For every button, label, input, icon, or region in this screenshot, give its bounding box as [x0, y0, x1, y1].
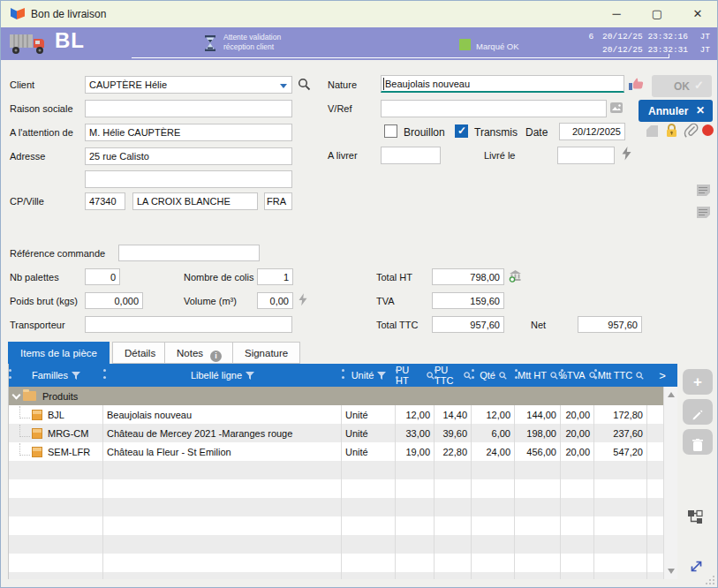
cell[interactable]	[103, 516, 342, 535]
column-search-icon[interactable]	[427, 372, 435, 380]
cell[interactable]: 20,00	[561, 424, 594, 442]
add-line-button[interactable]: +	[683, 369, 713, 395]
cell[interactable]	[396, 461, 435, 479]
table-row[interactable]: MRG-CMChâteau de Mercey 2021 -Maranges r…	[9, 424, 663, 442]
cell[interactable]: 22,80	[435, 442, 472, 461]
cell[interactable]	[9, 554, 103, 572]
cell[interactable]	[342, 535, 396, 554]
cell[interactable]	[515, 498, 561, 516]
minimize-button[interactable]: ─	[597, 1, 636, 27]
cell[interactable]: 33,00	[396, 424, 435, 442]
column-grip-icon[interactable]	[396, 369, 398, 372]
annuler-button[interactable]: Annuler✕	[639, 100, 713, 122]
resize-grip[interactable]	[706, 576, 714, 584]
cell[interactable]	[342, 572, 396, 579]
cell[interactable]	[561, 535, 594, 554]
cell[interactable]	[647, 461, 663, 479]
cell[interactable]	[472, 479, 515, 498]
cell[interactable]	[435, 479, 472, 498]
cell[interactable]	[594, 479, 647, 498]
adresse-field-1[interactable]	[85, 147, 292, 165]
column-header-pu_ht[interactable]: PU HT	[396, 364, 435, 387]
total-ht-field[interactable]	[432, 268, 504, 285]
empty-row[interactable]	[9, 461, 663, 479]
hierarchy-icon[interactable]	[687, 509, 704, 524]
edit-line-button[interactable]	[683, 399, 713, 425]
cell[interactable]	[396, 516, 435, 535]
cell[interactable]	[561, 498, 594, 516]
cell[interactable]: 19,00	[396, 442, 435, 461]
more-columns-button[interactable]: >	[647, 364, 677, 387]
cell[interactable]	[103, 535, 342, 554]
cp-field[interactable]	[85, 192, 125, 210]
group-row-produits[interactable]: Produits	[9, 387, 663, 405]
tab-notes[interactable]: Notesi	[164, 342, 234, 364]
cell[interactable]	[515, 516, 561, 535]
cell[interactable]	[472, 572, 515, 579]
vertical-scrollbar[interactable]	[663, 387, 677, 579]
cell[interactable]	[515, 461, 561, 479]
cell[interactable]: 14,40	[435, 405, 472, 424]
cell[interactable]	[435, 572, 472, 579]
cell[interactable]	[515, 554, 561, 572]
cell[interactable]: 144,00	[515, 405, 561, 424]
cell[interactable]: SEM-LFR	[9, 442, 103, 461]
lightning-icon-2[interactable]	[299, 293, 307, 306]
record-red-icon[interactable]	[702, 124, 714, 136]
lightning-icon[interactable]	[622, 147, 631, 161]
cell[interactable]	[647, 554, 663, 572]
chevron-down-icon[interactable]	[12, 390, 21, 399]
cell[interactable]	[103, 461, 342, 479]
column-header-qte[interactable]: Qté	[472, 364, 515, 387]
cell[interactable]: BJL	[9, 405, 103, 424]
cell[interactable]: 172,80	[594, 405, 647, 424]
column-header-pu_ttc[interactable]: PU TTC	[435, 364, 472, 387]
cell[interactable]: Château la Fleur - St Emilion	[103, 442, 342, 461]
cell[interactable]	[396, 554, 435, 572]
cell[interactable]	[561, 461, 594, 479]
image-icon[interactable]	[610, 102, 623, 113]
cell[interactable]	[396, 479, 435, 498]
cell[interactable]: 547,20	[594, 442, 647, 461]
tva-field[interactable]	[432, 292, 504, 309]
bank-icon[interactable]	[509, 269, 522, 283]
cell[interactable]	[435, 516, 472, 535]
ville-field[interactable]	[132, 192, 258, 210]
a-livrer-field[interactable]	[381, 147, 441, 164]
delete-line-button[interactable]	[683, 429, 713, 455]
cell[interactable]	[9, 572, 103, 579]
livre-le-field[interactable]	[557, 147, 615, 164]
lock-icon[interactable]	[665, 123, 678, 138]
scroll-up-icon[interactable]	[668, 392, 675, 397]
cell[interactable]	[435, 554, 472, 572]
vref-field[interactable]	[381, 100, 607, 117]
cell[interactable]: Unité	[342, 442, 396, 461]
cell[interactable]	[103, 479, 342, 498]
column-header-unite[interactable]: Unité	[342, 364, 396, 387]
cell[interactable]	[103, 554, 342, 572]
column-grip-icon[interactable]	[515, 369, 518, 372]
cell[interactable]: 12,00	[472, 405, 515, 424]
cell[interactable]	[342, 498, 396, 516]
cell[interactable]: 39,60	[435, 424, 472, 442]
cell[interactable]	[9, 479, 103, 498]
cell[interactable]	[515, 479, 561, 498]
cell[interactable]	[561, 572, 594, 579]
cell[interactable]	[103, 572, 342, 579]
column-search-icon[interactable]	[636, 372, 644, 380]
column-grip-icon[interactable]	[472, 369, 474, 372]
filter-icon[interactable]	[72, 372, 80, 380]
cell[interactable]	[396, 498, 435, 516]
table-row[interactable]: SEM-LFRChâteau la Fleur - St EmilionUnit…	[9, 442, 663, 461]
empty-row[interactable]	[9, 572, 663, 579]
cell[interactable]	[594, 516, 647, 535]
cell[interactable]	[594, 461, 647, 479]
cell[interactable]	[472, 516, 515, 535]
column-grip-icon[interactable]	[9, 369, 11, 372]
empty-row[interactable]	[9, 516, 663, 535]
column-header-familles[interactable]: Familles	[9, 364, 103, 387]
empty-row[interactable]	[9, 498, 663, 516]
cell[interactable]	[472, 535, 515, 554]
column-header-tva[interactable]: %TVA	[561, 364, 594, 387]
cell[interactable]	[515, 572, 561, 579]
